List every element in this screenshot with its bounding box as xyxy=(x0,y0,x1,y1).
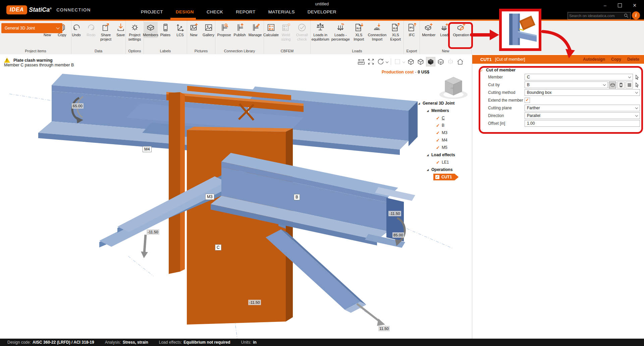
property-row-cut-by: Cut byB xyxy=(488,81,640,88)
member-label-m4[interactable]: M4 xyxy=(143,146,152,152)
wireframe-view-button[interactable] xyxy=(407,57,415,66)
viewport-3d[interactable]: Plate clash warning Member C passes thro… xyxy=(0,54,472,339)
rotate-options-chevron-icon[interactable] xyxy=(386,60,388,63)
ribbon-button-undo[interactable]: Undo xyxy=(69,22,84,38)
member-combo[interactable]: C xyxy=(525,74,633,80)
plate-icon xyxy=(160,22,170,33)
rotate-view-button[interactable] xyxy=(376,57,385,66)
ribbon-group-connection-library: ProposePublishManageConnection Library xyxy=(215,21,264,54)
autodesign-action[interactable]: Autodesign xyxy=(583,57,605,62)
check-icon[interactable]: ✓ xyxy=(436,145,442,150)
ribbon-button-load[interactable]: Load xyxy=(437,22,451,38)
check-icon[interactable]: ✓ xyxy=(436,130,442,135)
zoom-fit-button[interactable] xyxy=(367,57,375,66)
check-icon[interactable]: ✓ xyxy=(436,160,442,165)
ribbon-button-operation[interactable]: Operation xyxy=(452,22,470,38)
check-icon[interactable]: ✓ xyxy=(436,116,442,121)
tab-project[interactable]: PROJECT xyxy=(141,9,163,14)
cursor-icon[interactable] xyxy=(634,74,640,80)
ribbon-button-weld-sizing[interactable]: Weld sizing xyxy=(279,22,293,42)
ribbon-button-project-settings[interactable]: Project settings xyxy=(126,22,144,42)
tab-materials[interactable]: MATERIALS xyxy=(268,9,295,14)
ribbon-button-connection-import[interactable]: Connection Import xyxy=(367,22,387,42)
ribbon-button-redo[interactable]: Redo xyxy=(84,22,98,38)
tree-item-operations[interactable]: ◢Operations xyxy=(415,166,474,173)
search-input[interactable] xyxy=(568,14,624,18)
ribbon-button-xls-export[interactable]: XLSXLS Export xyxy=(388,22,404,42)
ribbon-button-manage[interactable]: Manage xyxy=(248,22,263,38)
section-options-chevron-icon[interactable] xyxy=(402,60,405,63)
tree-item-b[interactable]: ✓B xyxy=(415,122,474,129)
scope-dropdown[interactable]: General 3D Joint xyxy=(1,23,62,33)
minimize-button[interactable]: – xyxy=(598,1,612,10)
ribbon-button-loads-percentage[interactable]: %Loads - percentage xyxy=(331,22,350,42)
tree-item-m3[interactable]: ✓M3 xyxy=(415,129,474,136)
tree-item-le1[interactable]: ✓LE1 xyxy=(415,159,474,166)
tab-developer[interactable]: DEVELOPER xyxy=(308,9,336,14)
ribbon-button-xls-import[interactable]: XLSXLS Import xyxy=(351,22,367,42)
tree-item-members[interactable]: ◢Members xyxy=(415,107,474,114)
checkbox-checked-icon[interactable]: ✓ xyxy=(435,175,439,179)
cut-by-combo[interactable]: B xyxy=(525,81,608,88)
check-icon[interactable]: ✓ xyxy=(436,123,442,128)
delete-action[interactable]: Delete xyxy=(627,57,639,62)
cursor-icon[interactable] xyxy=(634,82,640,88)
solid-view-button[interactable] xyxy=(426,57,435,66)
ribbon-button-overall-check[interactable]: Overall check xyxy=(294,22,310,42)
info-button[interactable]: i xyxy=(632,11,640,19)
member-label-m3[interactable]: M3 xyxy=(205,194,214,200)
navigation-cube[interactable]: +Y xyxy=(439,74,468,101)
tree-expander-icon[interactable]: ◢ xyxy=(427,154,430,157)
section-cut-of-member[interactable]: Cut of member xyxy=(480,68,644,72)
check-icon[interactable]: ✓ xyxy=(436,138,442,143)
ribbon-button-plates[interactable]: Plates xyxy=(158,22,172,38)
offset-in-input[interactable] xyxy=(525,120,640,127)
ribbon-button-lcs[interactable]: LCS xyxy=(173,22,187,38)
ribbon-button-member[interactable]: Member xyxy=(421,22,436,38)
measure-button[interactable] xyxy=(357,57,366,66)
hidden-line-view-button[interactable] xyxy=(416,57,425,66)
section-view-button[interactable] xyxy=(393,57,402,66)
mirror-view-button[interactable] xyxy=(446,57,455,66)
member-label-c[interactable]: C xyxy=(215,244,221,250)
tab-check[interactable]: CHECK xyxy=(207,9,223,14)
property-label: Extend the member xyxy=(488,98,525,103)
tree-expander-icon[interactable]: ◢ xyxy=(427,168,430,171)
tree-item-label: LE1 xyxy=(442,160,449,165)
tree-item-c[interactable]: ✓C xyxy=(415,114,474,122)
ribbon-button-members[interactable]: Members xyxy=(144,22,158,38)
maximize-button[interactable] xyxy=(612,1,627,10)
chevron-down-icon xyxy=(603,83,606,85)
pick-member-icon[interactable] xyxy=(609,81,616,89)
tab-design[interactable]: DESIGN xyxy=(176,9,194,14)
tree-item-cut1[interactable]: ✓CUT1 xyxy=(415,173,474,181)
home-view-button[interactable] xyxy=(456,57,465,66)
ribbon-button-propose[interactable]: Propose xyxy=(216,22,232,38)
member-label-b[interactable]: B xyxy=(294,194,300,200)
tree-expander-icon[interactable]: ◢ xyxy=(427,109,430,112)
ribbon-button-ifc[interactable]: IFCIFC xyxy=(405,22,419,38)
tree-expander-icon[interactable]: ◢ xyxy=(418,102,421,105)
clipped-view-button[interactable] xyxy=(436,57,445,66)
ribbon-button-label: Copy xyxy=(58,33,66,37)
direction-combo[interactable]: Parallel xyxy=(525,112,640,119)
ribbon-button-share-project[interactable]: Share project xyxy=(99,22,113,42)
close-button[interactable]: ✕ xyxy=(627,1,642,10)
pick-grid-icon[interactable] xyxy=(626,81,633,89)
pick-plate-icon[interactable] xyxy=(617,81,625,89)
cutting-plane-combo[interactable]: Farther xyxy=(525,105,640,111)
tab-report[interactable]: REPORT xyxy=(236,9,255,14)
tree-item-general-3d-joint[interactable]: ◢General 3D Joint xyxy=(415,100,474,107)
image-plus-icon xyxy=(189,22,199,33)
ribbon-button-loads-in-equilibrium[interactable]: Loads in equilibrium xyxy=(311,22,330,42)
cutting-method-combo[interactable]: Bounding box xyxy=(525,89,640,96)
copy-action[interactable]: Copy xyxy=(611,57,621,62)
tree-item-m5[interactable]: ✓M5 xyxy=(415,144,474,151)
ribbon-button-new[interactable]: New xyxy=(187,22,201,38)
ribbon-button-publish[interactable]: Publish xyxy=(233,22,247,38)
ribbon-button-gallery[interactable]: Gallery xyxy=(202,22,216,38)
extend-the-member-checkbox[interactable]: ✓ xyxy=(525,98,530,103)
tree-item-m4[interactable]: ✓M4 xyxy=(415,136,474,144)
ribbon-button-calculate[interactable]: Calculate xyxy=(264,22,278,38)
tree-item-load-effects[interactable]: ◢Load effects xyxy=(415,151,474,159)
